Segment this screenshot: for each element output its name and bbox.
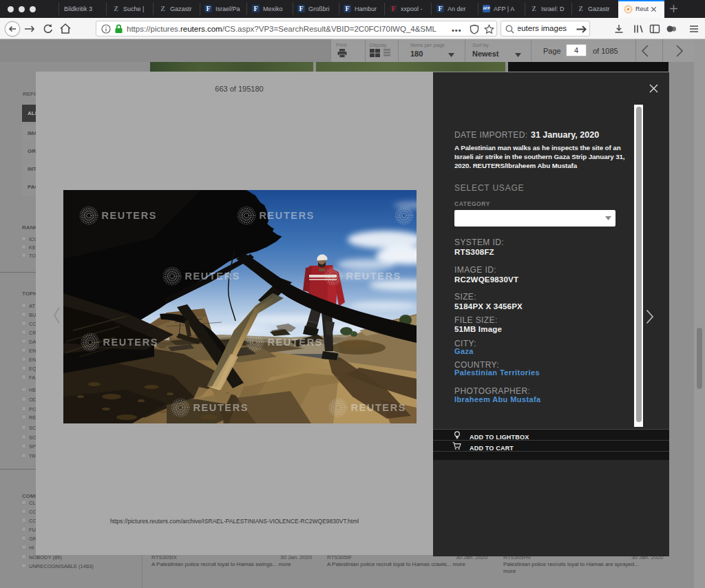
svg-text:REUTERS: REUTERS: [351, 402, 407, 413]
svg-text:REUTERS: REUTERS: [268, 337, 324, 348]
svg-text:REUTERS: REUTERS: [346, 271, 402, 282]
svg-text:REUTERS: REUTERS: [102, 210, 158, 221]
svg-text:REUTERS: REUTERS: [103, 337, 159, 348]
svg-text:REUTERS: REUTERS: [185, 271, 241, 282]
svg-text:REUTERS: REUTERS: [193, 402, 249, 413]
svg-text:REUTERS: REUTERS: [260, 210, 315, 221]
